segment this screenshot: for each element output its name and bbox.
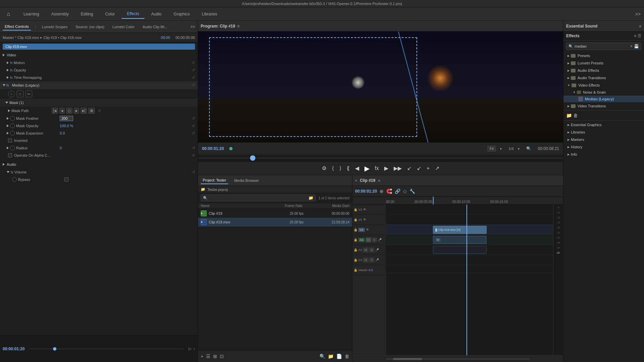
col-name[interactable]: Name [201, 204, 275, 208]
transport-fx[interactable]: fx [375, 165, 379, 171]
nav-tab-color[interactable]: Color [100, 10, 120, 18]
pen-mask-tool[interactable]: ✏ [26, 91, 32, 97]
transport-play[interactable]: ▶ [364, 164, 369, 172]
essential-sound-settings[interactable]: ≡ [639, 24, 641, 29]
proj-folder-browse[interactable]: 📁 [308, 196, 313, 200]
seq-keyframe[interactable]: ◇ [403, 189, 407, 194]
nav-tab-graphics[interactable]: Graphics [168, 10, 195, 18]
ec-export-btn[interactable]: ↑ [193, 347, 195, 351]
timeremap-reset[interactable]: ↺ [192, 75, 195, 80]
markers-section[interactable]: ▶ Markers [563, 136, 644, 143]
ellipse-mask-tool[interactable]: ○ [8, 91, 15, 97]
nav-tab-assembly[interactable]: Assembly [46, 10, 74, 18]
maskfeather-reset[interactable]: ↺ [192, 116, 195, 121]
maskpath-first[interactable]: |◂ [52, 108, 58, 114]
nav-more[interactable]: >> [635, 11, 641, 17]
radius-value[interactable]: 0 [60, 146, 62, 150]
effects-settings-icon[interactable]: ≡ [634, 34, 636, 38]
nav-tab-editing[interactable]: Editing [76, 10, 99, 18]
tab-media-browser[interactable]: Media Browser [232, 177, 261, 184]
tab-effect-controls[interactable]: Effect Controls [3, 23, 31, 31]
a3-mic-icon[interactable]: 🎤 [375, 258, 379, 262]
effects-item-video-effects[interactable]: ▼ Video Effects [563, 82, 644, 89]
a1-mic-icon[interactable]: 🎤 [378, 238, 382, 242]
tab-project[interactable]: Project: Tester [201, 177, 228, 184]
pm-settings-icon[interactable]: ≡ [237, 24, 240, 29]
nav-tab-learning[interactable]: Learning [18, 10, 45, 18]
pm-ratio-arrow[interactable]: ▾ [518, 147, 519, 151]
alpha-checkbox[interactable] [8, 153, 12, 157]
seq-close-btn[interactable]: × [355, 178, 357, 183]
clip-label[interactable]: Clip #19 • Clip #19.mov [43, 36, 82, 40]
v3-eye-icon[interactable]: 👁 [363, 208, 366, 211]
a3-m-btn[interactable]: M [363, 258, 368, 262]
pm-fit-dropdown[interactable]: Fit [487, 146, 496, 152]
effects-item-audio-transitions[interactable]: ▶ Audio Transitions [563, 74, 644, 82]
proj-delete[interactable]: 🗑 [345, 354, 349, 359]
ec-playhead[interactable] [53, 347, 56, 351]
seq-snap[interactable]: 🧲 [386, 189, 392, 194]
effects-list-icon[interactable]: ☰ [638, 34, 641, 38]
v2-eye-icon[interactable]: 👁 [363, 218, 366, 221]
clip-a2[interactable] [433, 246, 487, 254]
transport-next-edit[interactable]: ▶▶ [394, 165, 402, 171]
pm-scrubber[interactable] [198, 155, 563, 161]
median-reset[interactable]: ↺ [192, 83, 195, 88]
inverted-checkbox[interactable] [8, 139, 12, 143]
bypass-checkbox[interactable] [64, 177, 68, 182]
maskpath-keyframe[interactable]: ◇ [66, 108, 72, 114]
ec-play-btn[interactable]: ▷ [189, 347, 191, 351]
effects-search-clear-btn[interactable]: × [630, 44, 633, 49]
maskexpand-reset[interactable]: ↺ [192, 131, 195, 136]
proj-list-view[interactable]: ☰ [206, 354, 210, 359]
maskopacity-reset[interactable]: ↺ [192, 123, 195, 128]
effects-child-median[interactable]: Median (Legacy) [563, 96, 644, 102]
col-start[interactable]: Media Start [312, 204, 349, 208]
seq-wrench[interactable]: 🔧 [409, 189, 415, 194]
transport-insert[interactable]: ↙ [407, 165, 411, 171]
essential-graphics-section[interactable]: ▶ Essential Graphics [563, 121, 644, 128]
pm-zoom-icon[interactable]: 🔍 [526, 146, 531, 151]
seq-settings-icon[interactable]: ≡ [378, 178, 380, 183]
radius-reset[interactable]: ↺ [192, 146, 195, 150]
maskpath-zoom[interactable]: ⊕ [88, 108, 95, 114]
a2-mic-icon[interactable]: 🎤 [375, 248, 379, 252]
alpha-reset[interactable]: ↺ [192, 153, 195, 158]
prop-opacity[interactable]: fx Opacity ↺ [0, 66, 198, 74]
transport-overlay[interactable]: ↙ [417, 165, 421, 171]
prop-time-remap[interactable]: fx Time Remapping ↺ [0, 74, 198, 81]
transport-step-fwd[interactable]: ▶ [384, 165, 388, 171]
motion-reset[interactable]: ↺ [192, 60, 195, 65]
opacity-reset[interactable]: ↺ [192, 68, 195, 72]
proj-icon-view[interactable]: ⊞ [213, 354, 217, 359]
effects-item-audio-effects[interactable]: ▶ Audio Effects [563, 67, 644, 74]
mask-header[interactable]: Mask (1) [0, 99, 198, 107]
effects-item-presets[interactable]: ▶ Presets [563, 52, 644, 59]
clip-row[interactable]: Clip #19.mov [3, 44, 195, 50]
transport-step-back[interactable]: ◀ [355, 165, 359, 171]
transport-add[interactable]: + [427, 165, 430, 171]
nav-tab-libraries[interactable]: Libraries [196, 10, 222, 18]
proj-item-0[interactable]: ▶ Clip #19 25.00 fps 00:00:00:00 [198, 209, 352, 218]
transport-shuttle[interactable]: ⚙ [322, 165, 327, 171]
a2-m-btn[interactable]: M [363, 248, 368, 252]
prop-volume[interactable]: fx Volume ↺ [0, 168, 198, 176]
history-section[interactable]: ▶ History [563, 143, 644, 151]
seq-add-marker[interactable]: ⊕ [380, 189, 384, 194]
transport-mark-in[interactable]: ⟨ [332, 165, 334, 171]
proj-item-1[interactable]: ▶ Clip #19.mov 25.00 fps 21:59:28:14 [198, 218, 352, 226]
proj-search-bottom[interactable]: 🔍 [319, 354, 325, 359]
transport-export[interactable]: ↗ [435, 165, 439, 171]
pm-scrubber-playhead[interactable] [250, 155, 255, 161]
a1-m-btn[interactable]: M [366, 238, 371, 242]
seq-scrollbar-thumb[interactable] [393, 358, 422, 360]
section-audio[interactable]: Audio [0, 160, 198, 168]
maskpath-next[interactable]: ▸ [74, 108, 79, 114]
nav-tab-audio[interactable]: Audio [146, 10, 167, 18]
maskexpand-value[interactable]: 0.0 [60, 131, 65, 135]
section-video[interactable]: Video [0, 51, 198, 59]
effects-item-lumetri-presets[interactable]: ▶ Lumetri Presets [563, 59, 644, 67]
clip-v1[interactable]: ▓ Clip #19.mov [V] [433, 226, 487, 234]
panel-tabs-more[interactable]: >> [190, 24, 195, 29]
proj-freeform-view[interactable]: ⊡ [220, 354, 224, 359]
